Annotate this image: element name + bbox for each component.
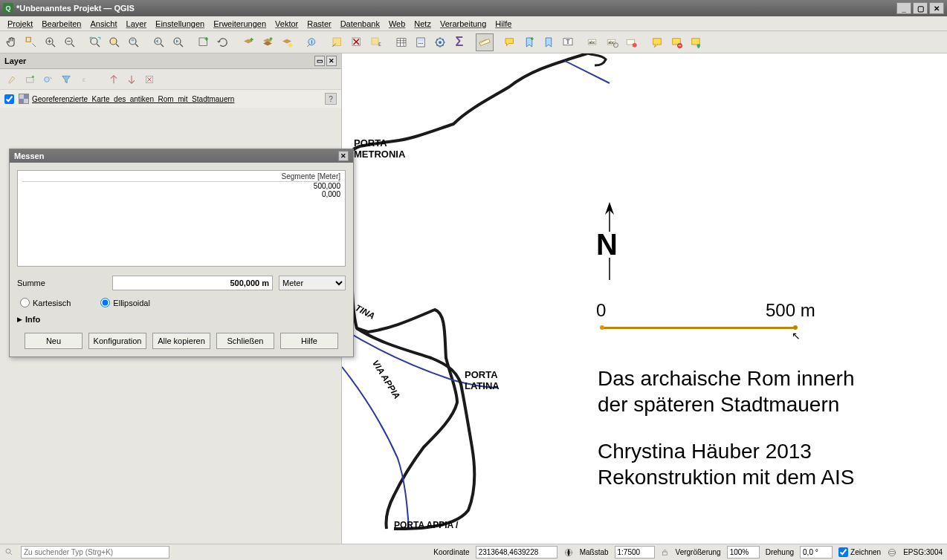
label-diagram-icon[interactable] xyxy=(623,33,641,51)
map-canvas[interactable]: PORTA METRONIA TINA VIA APPIA PORTA LATI… xyxy=(342,53,947,544)
zoom-layer-icon[interactable] xyxy=(125,33,143,51)
label-icon[interactable]: abc xyxy=(584,33,602,51)
measure-dialog[interactable]: Messen ✕ Segmente [Meter] 500,000 0,000 … xyxy=(9,149,354,357)
label-porta-latina: PORTA LATINA xyxy=(465,369,500,391)
layer-item[interactable]: Georeferenzierte_Karte_des_antiken_Rom_m… xyxy=(0,90,341,108)
lock-icon[interactable] xyxy=(661,547,670,558)
pan-icon[interactable] xyxy=(3,33,21,51)
mag-input[interactable] xyxy=(727,546,760,559)
svg-text:ε: ε xyxy=(378,41,381,48)
menu-datenbank[interactable]: Datenbank xyxy=(336,18,384,30)
layer-style-icon[interactable] xyxy=(6,73,19,86)
layer-help-icon[interactable]: ? xyxy=(325,93,337,105)
layer-manage-icon[interactable] xyxy=(42,73,55,86)
menu-web[interactable]: Web xyxy=(384,18,410,30)
radio-cartesian[interactable]: Kartesisch xyxy=(20,298,71,307)
select-icon[interactable] xyxy=(329,33,346,51)
crs-label[interactable]: EPSG:3004 xyxy=(903,548,943,556)
info-toggle[interactable]: ▶ Info xyxy=(17,315,346,324)
panel-undock-button[interactable]: ▭ xyxy=(314,56,325,66)
window-title: *Unbenanntes Projekt — QGIS xyxy=(16,4,135,13)
crs-icon[interactable] xyxy=(887,547,897,558)
layer-add-group-icon[interactable] xyxy=(24,73,37,86)
config-button[interactable]: Konfiguration xyxy=(88,333,146,349)
label-settings-icon[interactable]: abc xyxy=(604,33,621,51)
statusbar: Koordinate Maßstab Vergrößerung Drehung … xyxy=(0,544,947,560)
layer-visibility-checkbox[interactable] xyxy=(4,94,14,104)
map-tip-icon[interactable] xyxy=(501,33,519,51)
add-layer-yellow-icon[interactable] xyxy=(278,33,296,51)
menu-einstellungen[interactable]: Einstellungen xyxy=(151,18,209,30)
layer-expr-icon[interactable]: ε xyxy=(77,73,91,86)
help-button[interactable]: Hilfe xyxy=(280,333,338,349)
rot-input[interactable] xyxy=(800,546,833,559)
zoom-last-icon[interactable] xyxy=(150,33,168,51)
layer-collapse-icon[interactable] xyxy=(125,73,138,86)
stats-icon[interactable]: Σ xyxy=(450,33,468,51)
zoom-out-icon[interactable] xyxy=(61,33,79,51)
select-expr-icon[interactable]: ε xyxy=(367,33,385,51)
svg-text:T: T xyxy=(566,39,569,45)
radio-ellipsoidal[interactable]: Ellipsoidal xyxy=(100,298,150,307)
bookmarks-icon[interactable] xyxy=(540,33,557,51)
render-checkbox[interactable]: Zeichnen xyxy=(838,547,881,557)
layer-remove-icon[interactable] xyxy=(143,73,156,86)
svg-point-23 xyxy=(439,41,442,44)
svg-point-20 xyxy=(420,42,421,44)
label-porta-appia: PORTA APPIA / xyxy=(394,520,458,530)
menu-vektor[interactable]: Vektor xyxy=(271,18,303,30)
menu-verarbeitung[interactable]: Verarbeitung xyxy=(436,18,491,30)
measure-close-button[interactable]: ✕ xyxy=(338,151,349,161)
new-map-icon[interactable] xyxy=(195,33,213,51)
coord-input[interactable] xyxy=(476,546,557,559)
titlebar: Q *Unbenanntes Projekt — QGIS _ ▢ ✕ xyxy=(0,0,947,16)
refresh-icon[interactable] xyxy=(214,33,232,51)
svg-rect-12 xyxy=(333,38,341,46)
scale-input[interactable] xyxy=(615,546,655,559)
processing-icon[interactable] xyxy=(431,33,449,51)
minimize-button[interactable]: _ xyxy=(896,2,911,14)
annotation-pin-icon[interactable] xyxy=(687,33,705,51)
maximize-button[interactable]: ▢ xyxy=(913,2,928,14)
zoom-selection-icon[interactable] xyxy=(106,33,123,51)
measure-dialog-titlebar[interactable]: Messen ✕ xyxy=(10,149,353,163)
menu-hilfe[interactable]: Hilfe xyxy=(491,18,516,30)
close-button[interactable]: ✕ xyxy=(929,2,944,14)
panel-close-button[interactable]: ✕ xyxy=(326,56,337,66)
segment-value-1: 500,000 xyxy=(22,182,340,190)
measure-title: Messen xyxy=(14,152,44,160)
menu-raster[interactable]: Raster xyxy=(303,18,335,30)
pan-selection-icon[interactable] xyxy=(22,33,40,51)
menu-projekt[interactable]: Projekt xyxy=(3,18,37,30)
zoom-next-icon[interactable] xyxy=(169,33,187,51)
extents-icon[interactable] xyxy=(563,547,574,558)
layer-expand-icon[interactable] xyxy=(107,73,120,86)
zoom-full-icon[interactable] xyxy=(86,33,104,51)
field-calc-icon[interactable] xyxy=(412,33,430,51)
menu-layer[interactable]: Layer xyxy=(122,18,152,30)
new-layer-icon[interactable] xyxy=(239,33,257,51)
menu-erweiterungen[interactable]: Erweiterungen xyxy=(209,18,271,30)
open-table-icon[interactable] xyxy=(392,33,410,51)
copy-all-button[interactable]: Alle kopieren xyxy=(152,333,210,349)
sum-input[interactable] xyxy=(112,276,273,290)
search-input[interactable] xyxy=(21,546,169,559)
new-group-icon[interactable] xyxy=(259,33,277,51)
annotation-yellow-icon[interactable] xyxy=(648,33,666,51)
menu-ansicht[interactable]: Ansicht xyxy=(85,18,121,30)
text-annotation-icon[interactable]: T xyxy=(559,33,577,51)
layer-filter-icon[interactable] xyxy=(59,73,73,86)
deselect-icon[interactable] xyxy=(348,33,366,51)
measure-line-icon[interactable] xyxy=(476,33,494,51)
new-bookmark-icon[interactable] xyxy=(520,33,538,51)
unit-select[interactable]: Meter xyxy=(279,276,346,290)
menu-netz[interactable]: Netz xyxy=(410,18,436,30)
zoom-in-icon[interactable] xyxy=(42,33,59,51)
new-button[interactable]: Neu xyxy=(25,333,83,349)
close-button-dialog[interactable]: Schließen xyxy=(216,333,274,349)
segments-list[interactable]: Segmente [Meter] 500,000 0,000 xyxy=(17,170,346,267)
annotation-block-icon[interactable] xyxy=(668,33,685,51)
layers-title: Layer xyxy=(4,56,26,65)
identify-icon[interactable]: i xyxy=(303,33,321,51)
menu-bearbeiten[interactable]: Bearbeiten xyxy=(37,18,85,30)
